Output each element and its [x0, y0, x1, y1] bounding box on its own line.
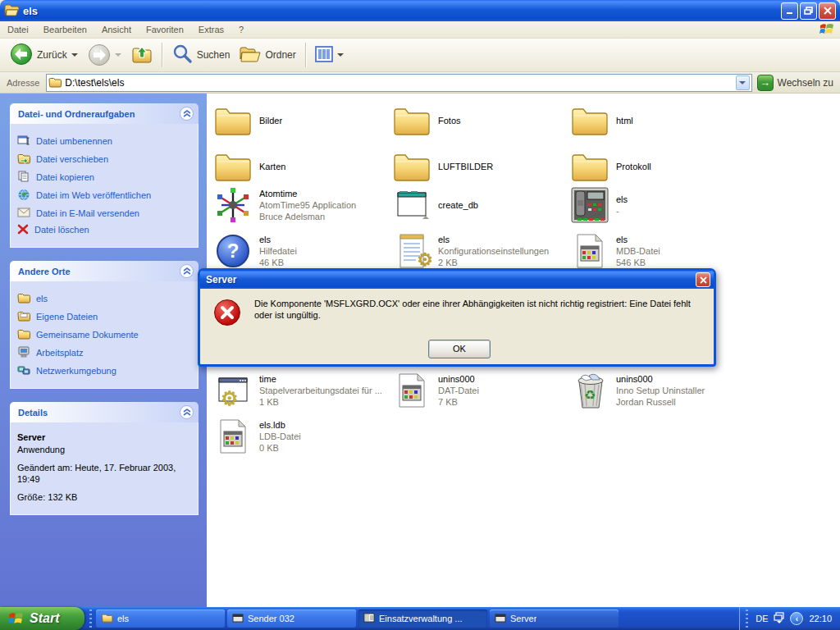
error-dialog-close-button[interactable]	[696, 272, 710, 287]
place-gemeinsame-dokumente[interactable]: Gemeinsame Dokumente	[17, 326, 193, 344]
file-tile-protokoll[interactable]: Protokoll	[570, 147, 744, 186]
file-tile-bilder[interactable]: Bilder	[213, 101, 387, 140]
go-button[interactable]: → Wechseln zu	[757, 75, 837, 91]
file-tile-luftbilder[interactable]: LUFTBILDER	[392, 147, 566, 186]
system-tray: DE ‹ 22:10	[739, 607, 840, 630]
address-folder-icon	[48, 76, 62, 89]
menu-favoriten[interactable]: Favoriten	[139, 22, 191, 37]
taskbar-button-einsatzverwaltung[interactable]: Einsatzverwaltung ...	[358, 609, 487, 628]
window-icon	[4, 3, 19, 18]
panel-other-places: Andere Orte els Eigene Dateien Gemeinsam…	[10, 261, 199, 389]
folder-icon	[570, 147, 609, 186]
details-file-type: Anwendung	[17, 444, 191, 455]
app-window-icon	[232, 613, 244, 624]
file-tile-atomtime[interactable]: Atomtime AtomTime95 Application Bruce Ad…	[213, 185, 387, 225]
panel-title: Andere Orte	[18, 267, 71, 276]
windows-flag-icon	[8, 611, 25, 626]
window-title: els	[23, 5, 779, 17]
menu-help[interactable]: ?	[231, 22, 251, 37]
menu-ansicht[interactable]: Ansicht	[94, 22, 139, 37]
panel-other-places-header[interactable]: Andere Orte	[10, 261, 199, 281]
place-netzwerkumgebung[interactable]: Netzwerkumgebung	[17, 362, 193, 380]
toolbar-separator	[305, 43, 306, 67]
email-icon	[17, 208, 30, 219]
task-delete-file[interactable]: Datei löschen	[17, 221, 193, 239]
collapse-chevron-icon[interactable]	[180, 107, 194, 121]
error-message: Die Komponente 'MSFLXGRD.OCX' oder eine …	[254, 298, 704, 321]
folder-icon	[392, 101, 431, 140]
file-tile-els-ldb[interactable]: els.ldb LDB-Datei 0 KB	[213, 417, 387, 456]
taskbar-button-sender-032[interactable]: Sender 032	[227, 609, 356, 628]
file-tile-els-config[interactable]: ⚙ els Konfigurationseinstellungen 2 KB	[392, 231, 566, 271]
forward-button[interactable]	[83, 40, 126, 70]
hide-icons-chevron[interactable]: ‹	[790, 612, 803, 625]
back-icon	[10, 43, 33, 68]
task-copy-file[interactable]: Datei kopieren	[17, 168, 193, 186]
language-indicator[interactable]: DE	[756, 614, 768, 623]
place-arbeitsplatz[interactable]: Arbeitsplatz	[17, 344, 193, 362]
menu-datei[interactable]: Datei	[0, 22, 36, 37]
tray-grip	[743, 609, 750, 628]
file-tile-unins000-dat[interactable]: unins000 DAT-Datei 7 KB	[392, 371, 566, 410]
collapse-chevron-icon[interactable]	[180, 405, 194, 419]
app-form-icon	[363, 613, 375, 624]
address-input[interactable]: D:\test\els\els	[46, 74, 751, 92]
task-rename-file[interactable]: Datei umbenennen	[17, 132, 193, 150]
menu-bearbeiten[interactable]: Bearbeiten	[36, 22, 94, 37]
task-email-file[interactable]: Datei in E-Mail versenden	[17, 205, 193, 221]
restore-button[interactable]	[800, 2, 817, 20]
menu-bar: Datei Bearbeiten Ansicht Favoriten Extra…	[0, 21, 840, 39]
taskbar-button-els[interactable]: els	[96, 609, 225, 628]
file-tile-unins000-exe[interactable]: ♻ unins000 Inno Setup Uninstaller Jordan…	[570, 371, 744, 410]
views-button[interactable]	[310, 43, 349, 68]
file-tile-els-mdb[interactable]: els MDB-Datei 546 KB	[570, 231, 744, 271]
place-eigene-dateien[interactable]: Eigene Dateien	[17, 308, 193, 326]
tray-window-icon[interactable]	[774, 612, 784, 625]
toolbar-separator	[162, 43, 162, 67]
panel-title: Datei- und Ordneraufgaben	[18, 109, 135, 119]
panel-details-header[interactable]: Details	[10, 402, 199, 422]
start-button[interactable]: Start	[0, 607, 84, 630]
file-tile-karten[interactable]: Karten	[213, 147, 387, 186]
taskbar-clock: 22:10	[809, 614, 832, 623]
panel-file-tasks-header[interactable]: Datei- und Ordneraufgaben	[10, 103, 199, 124]
place-els[interactable]: els	[17, 290, 193, 308]
panel-file-tasks: Datei- und Ordneraufgaben Datei umbenenn…	[10, 103, 199, 248]
task-move-file[interactable]: Datei verschieben	[17, 150, 193, 168]
collapse-chevron-icon[interactable]	[180, 264, 194, 278]
file-tile-fotos[interactable]: Fotos	[392, 101, 566, 140]
details-modified: Geändert am: Heute, 17. Februar 2003, 19…	[17, 462, 191, 485]
dat-file-icon	[392, 371, 431, 410]
file-tile-html[interactable]: html	[570, 101, 744, 140]
file-tile-time[interactable]: ⚙ time Stapelverarbeitungsdatei für ... …	[213, 371, 387, 410]
ok-button[interactable]: OK	[428, 340, 491, 358]
up-button[interactable]	[126, 41, 158, 69]
toolbar: Zurück Suchen Ordner	[0, 39, 840, 72]
menu-extras[interactable]: Extras	[191, 22, 231, 37]
file-tile-els-help[interactable]: ? els Hilfedatei 46 KB	[213, 231, 387, 271]
address-bar: Adresse D:\test\els\els → Wechseln zu	[0, 72, 840, 94]
back-button[interactable]: Zurück	[5, 39, 83, 71]
folder-icon	[17, 292, 30, 305]
minimize-button[interactable]	[781, 2, 798, 20]
move-folder-icon	[17, 153, 30, 166]
folder-icon	[213, 147, 253, 186]
folder-icon	[392, 147, 431, 186]
back-dropdown-icon[interactable]	[71, 53, 78, 57]
folders-label: Ordner	[265, 49, 295, 61]
taskbar-button-server[interactable]: Server	[490, 609, 619, 628]
folders-button[interactable]: Ordner	[235, 41, 300, 70]
views-dropdown-icon[interactable]	[337, 53, 344, 57]
network-icon	[17, 364, 30, 377]
file-tile-els-app[interactable]: els -	[570, 185, 744, 225]
mdb-file-icon	[570, 231, 609, 271]
file-tile-create-db[interactable]: create_db	[392, 185, 566, 225]
app-window-icon	[495, 613, 506, 624]
address-path: D:\test\els\els	[65, 77, 124, 89]
task-publish-web[interactable]: Datei im Web veröffentlichen	[17, 186, 193, 205]
panel-title: Details	[18, 408, 48, 418]
error-dialog: Server Die Komponente 'MSFLXGRD.OCX' ode…	[198, 268, 716, 367]
search-button[interactable]: Suchen	[167, 40, 235, 71]
close-button[interactable]	[819, 2, 836, 20]
address-dropdown-button[interactable]	[736, 75, 750, 90]
